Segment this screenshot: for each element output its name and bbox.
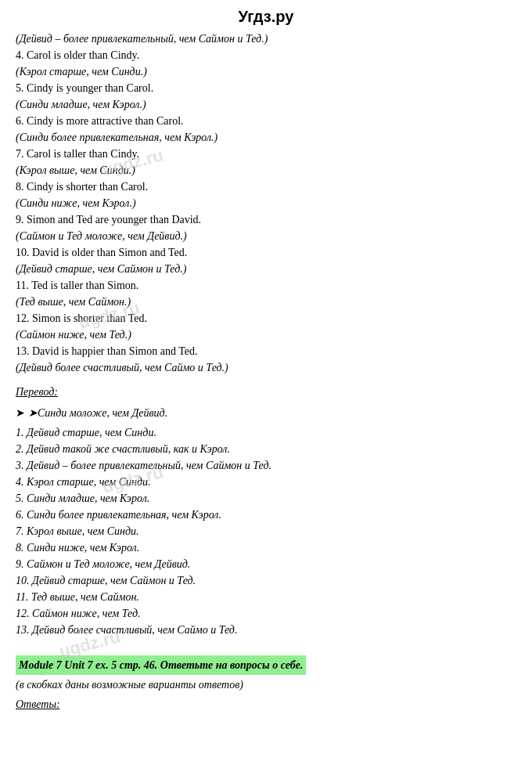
answers-label: Ответы: <box>16 696 516 712</box>
module-header: Module 7 Unit 7 ex. 5 стр. 46. Ответьте … <box>16 655 306 675</box>
translation-header: Перевод: <box>16 384 516 400</box>
exercise-line: (Дейвид более счастливый, чем Саймо и Те… <box>16 359 516 376</box>
exercise-line: (Кэрол выше, чем Синди.) <box>16 162 516 179</box>
translation-item: 9. Саймон и Тед моложе, чем Дейвид. <box>16 556 516 572</box>
exercise-line: (Кэрол старше, чем Синди.) <box>16 63 516 80</box>
exercise-line: (Тед выше, чем Саймон.) <box>16 294 516 310</box>
exercise-line: 7. Carol is taller than Cindy. <box>16 146 516 162</box>
exercise-line: (Саймон и Тед моложе, чем Дейвид.) <box>16 228 516 244</box>
translation-item: 3. Дейвид – более привлекательный, чем С… <box>16 457 516 474</box>
translation-item: 10. Дейвид старше, чем Саймон и Тед. <box>16 572 516 589</box>
translation-item: 8. Синди ниже, чем Кэрол. <box>16 539 516 556</box>
exercise-line: (Синди ниже, чем Кэрол.) <box>16 195 516 211</box>
main-content: (Дейвид – более привлекательный, чем Сай… <box>16 31 516 712</box>
translation-item: 5. Синди младше, чем Кэрол. <box>16 490 516 507</box>
exercise-line: (Синди младше, чем Кэрол.) <box>16 96 516 113</box>
exercise-line: 12. Simon is shorter than Ted. <box>16 310 516 326</box>
translation-item: 7. Кэрол выше, чем Синди. <box>16 523 516 539</box>
translation-item: 13. Дейвид более счастливый, чем Саймо и… <box>16 622 516 638</box>
exercise-line: 6. Cindy is more attractive than Carol. <box>16 113 516 129</box>
translation-item: 11. Тед выше, чем Саймон. <box>16 589 516 605</box>
translation-bullet: ➤Синди моложе, чем Дейвид. <box>16 405 516 421</box>
translation-item: 6. Синди более привлекательная, чем Кэро… <box>16 507 516 523</box>
exercise-line: 5. Cindy is younger than Carol. <box>16 80 516 96</box>
exercise-line: 4. Carol is older than Cindy. <box>16 47 516 63</box>
site-title: Угдз.ру <box>16 8 516 26</box>
exercise-lines: (Дейвид – более привлекательный, чем Сай… <box>16 31 516 376</box>
exercise-line: 10. David is older than Simon and Ted. <box>16 244 516 261</box>
exercise-line: 11. Ted is taller than Simon. <box>16 277 516 294</box>
translation-item: 1. Дейвид старше, чем Синди. <box>16 424 516 441</box>
translation-item: 4. Кэрол старше, чем Синди. <box>16 474 516 490</box>
exercise-line: (Синди более привлекательная, чем Кэрол.… <box>16 129 516 146</box>
exercise-line: 13. David is happier than Simon and Ted. <box>16 343 516 359</box>
translation-items: 1. Дейвид старше, чем Синди.2. Дейвид та… <box>16 424 516 638</box>
translation-item: 12. Саймон ниже, чем Тед. <box>16 605 516 622</box>
exercise-line: (Саймон ниже, чем Тед.) <box>16 326 516 343</box>
module-subheader: (в скобках даны возможные варианты ответ… <box>16 676 516 693</box>
exercise-line: 8. Cindy is shorter than Carol. <box>16 179 516 195</box>
exercise-line: 9. Simon and Ted are younger than David. <box>16 211 516 228</box>
translation-item: 2. Дейвид такой же счастливый, как и Кэр… <box>16 441 516 457</box>
exercise-line: (Дейвид – более привлекательный, чем Сай… <box>16 31 516 47</box>
exercise-line: (Дейвид старше, чем Саймон и Тед.) <box>16 261 516 277</box>
